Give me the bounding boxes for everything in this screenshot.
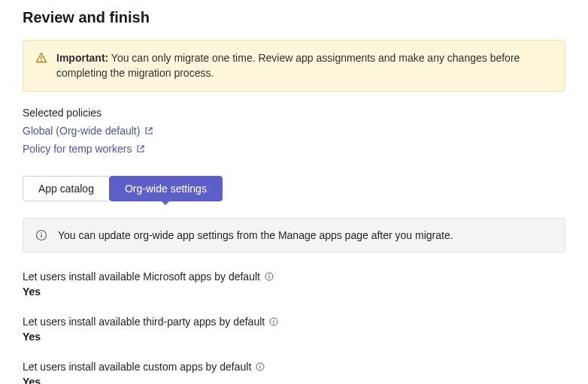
tab-bar: App catalog Org-wide settings <box>23 176 565 201</box>
alert-strong: Important: <box>56 52 108 64</box>
tab-app-catalog[interactable]: App catalog <box>23 176 110 201</box>
open-external-icon <box>136 144 145 153</box>
svg-rect-7 <box>268 274 269 275</box>
svg-rect-6 <box>268 276 269 278</box>
alert-text: You can only migrate one time. Review ap… <box>56 52 520 79</box>
svg-rect-9 <box>274 321 274 323</box>
info-icon[interactable] <box>265 272 274 281</box>
setting-microsoft-apps: Let users install available Microsoft ap… <box>23 271 565 298</box>
setting-third-party-apps: Let users install available third-party … <box>23 316 565 343</box>
setting-label-text: Let users install available custom apps … <box>23 361 251 373</box>
info-icon[interactable] <box>256 362 265 371</box>
svg-rect-10 <box>274 319 274 320</box>
svg-rect-4 <box>41 233 41 234</box>
setting-value: Yes <box>23 331 565 343</box>
policy-link-temp-workers[interactable]: Policy for temp workers <box>23 143 145 155</box>
info-banner: You can update org-wide app settings fro… <box>23 218 565 252</box>
open-external-icon <box>144 126 153 135</box>
policy-link-label: Global (Org-wide default) <box>23 125 140 137</box>
setting-value: Yes <box>23 286 565 298</box>
info-icon <box>35 229 47 241</box>
svg-rect-3 <box>41 234 41 237</box>
svg-rect-12 <box>260 366 261 368</box>
svg-rect-0 <box>41 56 41 59</box>
selected-policies-label: Selected policies <box>23 107 565 119</box>
alert-message: Important: You can only migrate one time… <box>56 51 553 80</box>
svg-rect-1 <box>41 60 41 61</box>
policy-link-label: Policy for temp workers <box>23 143 132 155</box>
policy-link-global[interactable]: Global (Org-wide default) <box>23 125 153 137</box>
setting-label-text: Let users install available Microsoft ap… <box>23 271 260 283</box>
tab-org-wide-settings[interactable]: Org-wide settings <box>109 176 223 201</box>
svg-rect-13 <box>260 364 261 365</box>
page-title: Review and finish <box>23 9 565 26</box>
setting-label-text: Let users install available third-party … <box>23 316 265 328</box>
setting-custom-apps: Let users install available custom apps … <box>23 361 565 384</box>
info-banner-text: You can update org-wide app settings fro… <box>58 229 453 241</box>
info-icon[interactable] <box>269 317 278 326</box>
important-alert: Important: You can only migrate one time… <box>23 40 565 92</box>
setting-value: Yes <box>23 376 565 384</box>
warning-icon <box>35 52 47 64</box>
